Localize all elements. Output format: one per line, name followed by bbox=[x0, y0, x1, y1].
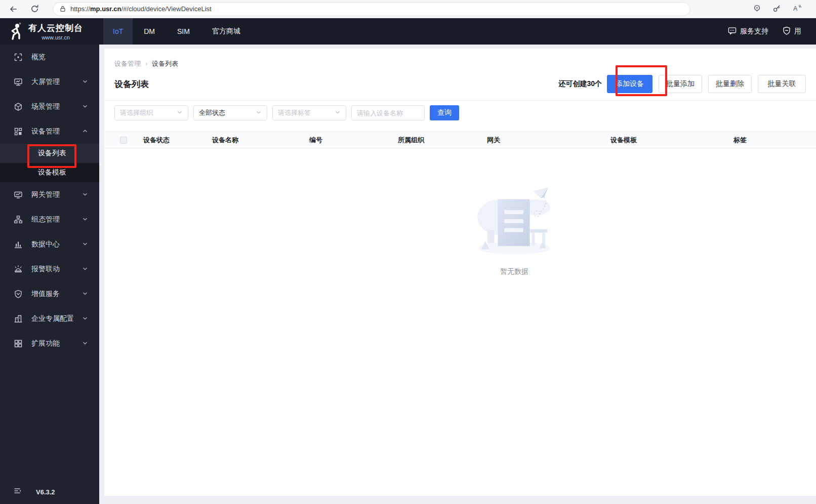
sidebar-item-label: 组态管理 bbox=[31, 215, 60, 224]
column-header-sn: 编号 bbox=[309, 136, 322, 145]
batch-link-button[interactable]: 批量关联 bbox=[758, 75, 806, 93]
sidebar-item-label: 概览 bbox=[31, 53, 46, 62]
sidebar-item-device-template[interactable]: 设备模板 bbox=[0, 163, 99, 182]
empty-illustration bbox=[474, 186, 554, 257]
key-icon[interactable] bbox=[772, 4, 781, 15]
breadcrumb-parent[interactable]: 设备管理 bbox=[114, 59, 141, 68]
extension-icon bbox=[14, 339, 23, 348]
tab-mall[interactable]: 官方商城 bbox=[201, 18, 252, 45]
tab-sim[interactable]: SIM bbox=[166, 18, 201, 45]
gateway-icon bbox=[14, 190, 23, 199]
svg-text:A: A bbox=[793, 5, 798, 12]
scene-icon bbox=[14, 102, 23, 111]
sidebar-item-label: 增值服务 bbox=[31, 289, 60, 299]
sidebar-item-label: 设备管理 bbox=[31, 127, 60, 136]
url-text: https://mp.usr.cn/#/cloud/device/ViewDev… bbox=[70, 5, 212, 13]
location-icon[interactable] bbox=[753, 4, 761, 15]
browser-refresh-icon[interactable] bbox=[27, 2, 42, 16]
add-device-button[interactable]: 添加设备 bbox=[607, 75, 652, 93]
device-icon bbox=[14, 127, 23, 136]
overview-icon bbox=[14, 53, 23, 62]
breadcrumb: 设备管理 › 设备列表 bbox=[114, 49, 806, 68]
column-header-organization: 所属组织 bbox=[398, 136, 424, 145]
sidebar-item-label: 企业专属配置 bbox=[31, 314, 74, 323]
device-name-input[interactable] bbox=[351, 105, 425, 120]
column-header-device-template: 设备模板 bbox=[610, 136, 637, 145]
main-content: 设备管理 › 设备列表 设备列表 还可创建30个 添加设备 批量添加 批量删除 … bbox=[99, 45, 816, 504]
content-panel: 设备管理 › 设备列表 设备列表 还可创建30个 添加设备 批量添加 批量删除 … bbox=[104, 49, 816, 496]
tag-select[interactable]: 请选择标签 bbox=[272, 105, 346, 120]
sidebar-item-enterprise-config[interactable]: 企业专属配置 bbox=[0, 306, 99, 331]
table-header: 设备状态 设备名称 编号 所属组织 网关 设备模板 标签 bbox=[104, 132, 816, 148]
sidebar-item-label: 场景管理 bbox=[31, 102, 60, 111]
lock-icon bbox=[59, 5, 66, 13]
user-center[interactable]: 用 bbox=[783, 26, 801, 36]
service-support[interactable]: 服务支持 bbox=[728, 27, 768, 36]
chevron-down-icon bbox=[82, 240, 88, 248]
sidebar-item-label: 网关管理 bbox=[31, 190, 60, 199]
sidebar-item-bigscreen[interactable]: 大屏管理 bbox=[0, 69, 99, 94]
app-subtitle: www.usr.cn bbox=[28, 34, 83, 40]
version-label: V6.3.2 bbox=[36, 488, 55, 496]
empty-text: 暂无数据 bbox=[474, 267, 554, 276]
sidebar-item-extensions[interactable]: 扩展功能 bbox=[0, 331, 99, 356]
search-button[interactable]: 查询 bbox=[430, 105, 459, 120]
page-title: 设备列表 bbox=[114, 78, 149, 90]
sidebar-item-value-service[interactable]: 增值服务 bbox=[0, 281, 99, 306]
chevron-down-icon bbox=[82, 191, 88, 199]
chevron-down-icon bbox=[82, 290, 88, 298]
sidebar-item-scada[interactable]: 组态管理 bbox=[0, 207, 99, 232]
column-header-device-status: 设备状态 bbox=[143, 136, 170, 145]
sidebar-item-scene[interactable]: 场景管理 bbox=[0, 94, 99, 119]
address-bar[interactable]: https://mp.usr.cn/#/cloud/device/ViewDev… bbox=[53, 2, 690, 16]
chevron-down-icon bbox=[82, 78, 88, 86]
org-select[interactable]: 请选择组织 bbox=[114, 105, 188, 120]
chevron-down-icon bbox=[82, 265, 88, 273]
alarm-icon bbox=[14, 265, 23, 274]
sidebar-item-label: 数据中心 bbox=[31, 240, 60, 249]
sidebar-item-device-list[interactable]: 设备列表 bbox=[0, 144, 99, 163]
collapse-sidebar-icon[interactable] bbox=[14, 487, 22, 497]
device-submenu: 设备列表 设备模板 bbox=[0, 144, 99, 182]
read-aloud-icon[interactable]: A bbox=[792, 4, 802, 15]
chevron-down-icon bbox=[82, 340, 88, 348]
value-service-icon bbox=[14, 289, 23, 299]
chevron-up-icon bbox=[82, 128, 88, 136]
status-select[interactable]: 全部状态 bbox=[193, 105, 267, 120]
bigscreen-icon bbox=[14, 77, 23, 87]
app-title: 有人云控制台 bbox=[28, 22, 83, 34]
sidebar: 概览 大屏管理 场景管理 设备管理 设备列表 设备模板 网关管理 组态管理 数据 bbox=[0, 45, 99, 504]
column-header-tag: 标签 bbox=[733, 136, 747, 145]
batch-delete-button[interactable]: 批量删除 bbox=[708, 75, 752, 93]
scada-icon bbox=[14, 215, 23, 224]
sidebar-item-gateway[interactable]: 网关管理 bbox=[0, 182, 99, 207]
chevron-down-icon bbox=[177, 109, 183, 117]
sidebar-item-device-management[interactable]: 设备管理 bbox=[0, 119, 99, 144]
tab-dm[interactable]: DM bbox=[133, 18, 166, 45]
chevron-down-icon bbox=[82, 315, 88, 323]
breadcrumb-separator-icon: › bbox=[145, 60, 147, 67]
sidebar-item-label: 报警联动 bbox=[31, 265, 60, 274]
sidebar-item-alarm[interactable]: 报警联动 bbox=[0, 257, 99, 281]
breadcrumb-current: 设备列表 bbox=[152, 59, 178, 68]
empty-state: 暂无数据 bbox=[474, 186, 554, 276]
product-tabs: IoT DM SIM 官方商城 bbox=[103, 18, 252, 45]
column-header-device-name: 设备名称 bbox=[212, 136, 238, 145]
tab-iot[interactable]: IoT bbox=[103, 18, 133, 45]
chevron-down-icon bbox=[256, 109, 262, 117]
chevron-down-icon bbox=[82, 216, 88, 224]
browser-toolbar: https://mp.usr.cn/#/cloud/device/ViewDev… bbox=[0, 0, 816, 18]
logo[interactable]: 有人云控制台 www.usr.cn bbox=[7, 22, 99, 40]
sidebar-item-overview[interactable]: 概览 bbox=[0, 45, 99, 69]
usr-person-logo-icon bbox=[7, 22, 24, 40]
column-header-gateway: 网关 bbox=[487, 136, 500, 145]
sidebar-item-label: 扩展功能 bbox=[31, 339, 60, 348]
chevron-down-icon bbox=[82, 103, 88, 111]
select-all-checkbox[interactable] bbox=[120, 137, 127, 144]
batch-add-button[interactable]: 批量添加 bbox=[659, 75, 702, 93]
browser-back-icon[interactable] bbox=[6, 2, 20, 16]
chevron-down-icon bbox=[335, 109, 341, 117]
sidebar-item-datacenter[interactable]: 数据中心 bbox=[0, 232, 99, 257]
title-divider bbox=[104, 100, 816, 101]
sidebar-item-label: 大屏管理 bbox=[31, 77, 60, 87]
